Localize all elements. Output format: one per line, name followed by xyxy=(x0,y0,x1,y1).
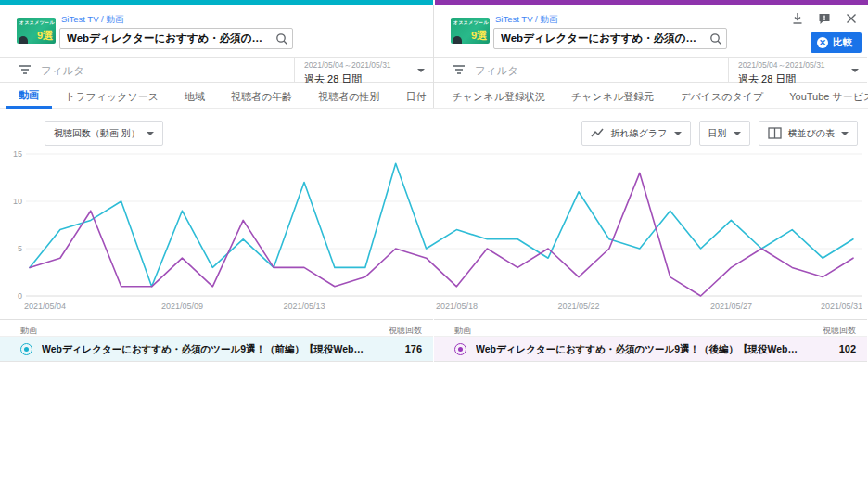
x-tick-label: 2021/05/04 xyxy=(24,302,66,311)
granularity-select[interactable]: 日別 xyxy=(699,121,750,146)
y-tick-label: 0 xyxy=(18,291,22,301)
filter-label[interactable]: フィルタ xyxy=(41,64,84,78)
video-picker-right[interactable] xyxy=(493,28,727,49)
thumbnail-text: オススメツール xyxy=(453,19,489,25)
y-tick-label: 15 xyxy=(13,149,22,159)
download-icon[interactable] xyxy=(791,12,804,25)
search-icon xyxy=(708,31,724,47)
chevron-down-icon xyxy=(674,132,682,135)
panel-header-left: オススメツール 9選 SiTest TV / 動画 xyxy=(0,5,433,57)
y-tick-label: 5 xyxy=(18,244,22,253)
tab-viewer-gender[interactable]: 視聴者の性別 xyxy=(305,83,392,109)
video-table-left: 動画 視聴回数 Webディレクターにおすすめ・必須のツール9選！（前編）【現役W… xyxy=(0,319,433,362)
chevron-down-icon xyxy=(147,132,154,135)
tab-traffic-source[interactable]: トラフィックソース xyxy=(52,83,172,109)
views-count: 176 xyxy=(405,343,422,354)
video-thumbnail: オススメツール 9選 xyxy=(17,18,56,44)
y-tick-label: 10 xyxy=(13,197,22,206)
column-header-views: 視聴回数 xyxy=(389,325,422,337)
thumbnail-person xyxy=(453,36,462,44)
column-header-video: 動画 xyxy=(454,325,471,337)
chart-type-value: 折れ線グラフ xyxy=(611,127,668,140)
youtube-analytics-compare-window: オススメツール 9選 SiTest TV / 動画 オススメツール 9選 SiT… xyxy=(0,0,868,488)
feedback-icon[interactable] xyxy=(818,12,831,25)
x-tick-label: 2021/05/18 xyxy=(436,302,478,311)
tab-viewer-age[interactable]: 視聴者の年齢 xyxy=(218,83,305,109)
close-icon[interactable] xyxy=(845,12,858,25)
tab-device-type[interactable]: デバイスのタイプ xyxy=(667,83,776,109)
views-line-chart: 0510152021/05/042021/05/092021/05/132021… xyxy=(0,147,868,315)
table-row[interactable]: Webディレクターにおすすめ・必須のツール9選！（後編）【現役Webディレクター… xyxy=(434,337,867,362)
filter-icon xyxy=(453,65,465,76)
video-search-input[interactable] xyxy=(494,33,708,45)
breadcrumb[interactable]: SiTest TV / 動画 xyxy=(61,14,123,26)
chevron-down-icon xyxy=(417,69,425,72)
table-header: 動画 視聴回数 xyxy=(434,319,867,337)
x-tick-label: 2021/05/22 xyxy=(557,302,599,311)
search-icon xyxy=(274,31,290,47)
granularity-value: 日別 xyxy=(708,127,727,140)
panel-header-right: オススメツール 9選 SiTest TV / 動画 xyxy=(434,5,867,57)
line-chart-icon xyxy=(591,127,605,139)
x-tick-label: 2021/05/09 xyxy=(161,302,203,311)
date-range-value: 2021/05/04～2021/05/31 xyxy=(738,60,847,71)
dimension-tabbar: 動画 トラフィックソース 地域 視聴者の年齢 視聴者の性別 日付 チャンネル登録… xyxy=(0,83,868,109)
chevron-down-icon xyxy=(734,132,741,135)
tab-subscription-source[interactable]: チャンネル登録元 xyxy=(558,83,667,109)
video-search-input[interactable] xyxy=(60,33,274,45)
thumbnail-badge: 9選 xyxy=(37,29,53,43)
table-row[interactable]: Webディレクターにおすすめ・必須のツール9選！（前編）【現役Webディレクター… xyxy=(0,337,433,362)
x-tick-label: 2021/05/31 xyxy=(821,302,862,311)
table-layout-icon xyxy=(768,127,782,139)
x-tick-label: 2021/05/13 xyxy=(283,302,325,311)
x-tick-label: 2021/05/27 xyxy=(710,302,752,311)
compare-button[interactable]: ✕ 比較 xyxy=(811,32,862,53)
video-title: Webディレクターにおすすめ・必須のツール9選！（前編）【現役Webディレクター… xyxy=(42,343,366,356)
metric-select[interactable]: 視聴回数（動画 別） xyxy=(45,121,163,146)
date-range-select[interactable]: 2021/05/04～2021/05/31 過去 28 日間 xyxy=(294,58,433,82)
dismiss-compare-icon: ✕ xyxy=(817,37,828,48)
filter-icon xyxy=(19,65,31,76)
tab-subscription-status[interactable]: チャンネル登録状況 xyxy=(440,83,558,109)
chevron-down-icon xyxy=(851,69,859,72)
filter-label[interactable]: フィルタ xyxy=(475,64,518,78)
metric-select-value: 視聴回数（動画 別） xyxy=(54,127,140,140)
column-header-video: 動画 xyxy=(20,325,37,337)
series-line-2 xyxy=(30,173,853,296)
video-title: Webディレクターにおすすめ・必須のツール9選！（後編）【現役Webディレクター… xyxy=(476,343,800,356)
thumbnail-text: オススメツール xyxy=(19,19,55,25)
video-thumbnail: オススメツール 9選 xyxy=(451,18,490,44)
date-range-value: 2021/05/04～2021/05/31 xyxy=(304,60,413,71)
series2-radio-icon xyxy=(454,343,466,355)
chevron-down-icon xyxy=(841,132,849,135)
compare-button-label: 比較 xyxy=(833,36,852,49)
chart-controls: 視聴回数（動画 別） 折れ線グラフ 日別 横並びの表 xyxy=(0,119,868,147)
tab-video[interactable]: 動画 xyxy=(6,83,52,109)
series1-radio-icon xyxy=(20,343,32,355)
chart-type-select[interactable]: 折れ線グラフ xyxy=(581,121,691,146)
tab-geography[interactable]: 地域 xyxy=(172,83,218,109)
tab-date[interactable]: 日付 xyxy=(393,83,440,109)
video-picker-left[interactable] xyxy=(59,28,293,49)
date-range-select[interactable]: 2021/05/04～2021/05/31 過去 28 日間 xyxy=(728,58,867,82)
breadcrumb[interactable]: SiTest TV / 動画 xyxy=(495,14,557,26)
views-count: 102 xyxy=(839,343,856,354)
table-layout-select[interactable]: 横並びの表 xyxy=(759,121,858,146)
table-layout-value: 横並びの表 xyxy=(788,127,835,140)
window-actions xyxy=(791,12,858,25)
thumbnail-person xyxy=(19,36,28,44)
video-table-right: 動画 視聴回数 Webディレクターにおすすめ・必須のツール9選！（後編）【現役W… xyxy=(434,319,867,362)
table-header: 動画 視聴回数 xyxy=(0,319,433,337)
thumbnail-badge: 9選 xyxy=(471,29,487,43)
line-chart-svg: 0510152021/05/042021/05/092021/05/132021… xyxy=(0,147,868,315)
filter-bar-left: フィルタ 2021/05/04～2021/05/31 過去 28 日間 xyxy=(0,57,433,83)
column-header-views: 視聴回数 xyxy=(823,325,856,337)
filter-bar-right: フィルタ 2021/05/04～2021/05/31 過去 28 日間 xyxy=(434,57,867,83)
tab-youtube-service[interactable]: YouTube サービス xyxy=(776,83,868,109)
